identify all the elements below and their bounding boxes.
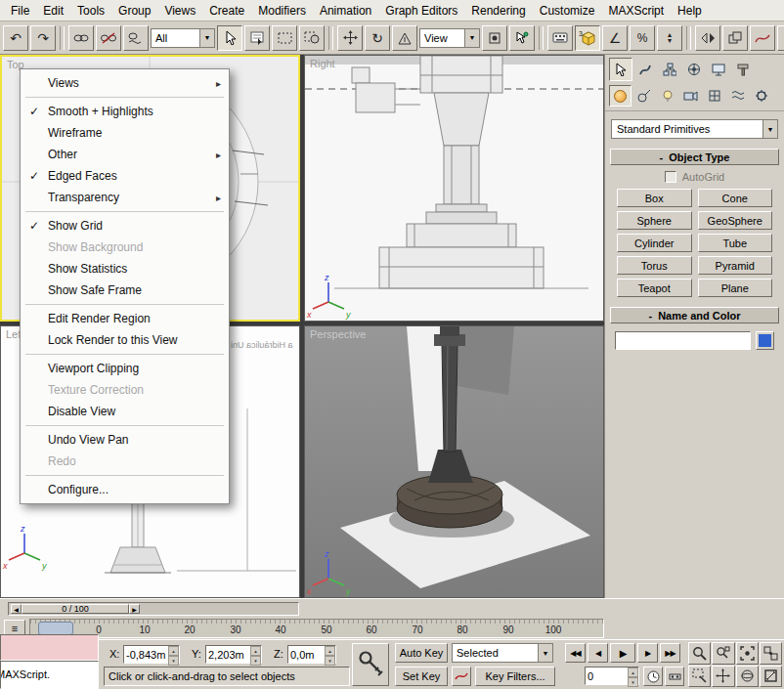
select-and-move-icon[interactable]	[337, 25, 363, 51]
ctx-undo-view-pan[interactable]: Undo View Pan	[21, 429, 229, 451]
time-slider-value[interactable]: 0 / 100	[22, 604, 129, 614]
key-filters-button[interactable]: Key Filters...	[475, 667, 555, 686]
zoom-icon[interactable]	[688, 642, 711, 665]
ctx-views[interactable]: Views▸	[21, 72, 229, 94]
maximize-viewport-toggle-icon[interactable]	[760, 666, 782, 688]
material-editor-icon[interactable]	[777, 25, 784, 51]
dropdown-arrow-icon[interactable]: ▼	[762, 120, 777, 138]
key-filter-set-dropdown[interactable]: Selected ▼	[452, 643, 553, 663]
cylinder-button[interactable]: Cylinder	[617, 234, 692, 252]
select-and-scale-icon[interactable]	[392, 25, 417, 51]
listener-pane[interactable]: MAXScript.	[0, 661, 99, 689]
teapot-button[interactable]: Teapot	[617, 279, 692, 297]
redo-icon[interactable]: ↷	[30, 25, 56, 51]
time-slider-next-arrow-icon[interactable]: ▶	[129, 604, 140, 614]
cone-button[interactable]: Cone	[698, 189, 773, 207]
menu-customize[interactable]: Customize	[533, 1, 602, 21]
dropdown-arrow-icon[interactable]: ▼	[538, 644, 552, 662]
ctx-lock-render[interactable]: Lock Render to this View	[21, 329, 229, 351]
primitives-category-dropdown[interactable]: Standard Primitives ▼	[611, 119, 778, 139]
y-coord-input[interactable]	[206, 646, 250, 663]
play-button[interactable]: ▶	[610, 643, 635, 663]
ctx-viewport-clipping[interactable]: Viewport Clipping	[21, 358, 229, 379]
menu-maxscript[interactable]: MAXScript	[601, 1, 671, 21]
go-to-start-button[interactable]: ◀◀	[565, 643, 586, 663]
object-name-input[interactable]	[616, 332, 750, 349]
ctx-smooth-highlights[interactable]: ✓Smooth + Highlights	[21, 101, 229, 122]
viewport-right-label[interactable]: Right	[310, 58, 335, 69]
geometry-category-icon[interactable]	[609, 85, 632, 107]
curve-editor-icon[interactable]	[750, 25, 775, 51]
ctx-other[interactable]: Other▸	[21, 144, 229, 165]
dropdown-arrow-icon[interactable]: ▼	[199, 29, 214, 47]
y-spinner[interactable]: ▴▾	[250, 646, 261, 663]
menu-rendering[interactable]: Rendering	[464, 1, 532, 21]
z-coord-input[interactable]	[288, 646, 325, 663]
zoom-extents-all-icon[interactable]	[760, 642, 782, 665]
menu-file[interactable]: File	[4, 1, 36, 21]
viewport-right[interactable]: Right	[304, 55, 604, 322]
ctx-show-statistics[interactable]: Show Statistics	[21, 258, 229, 280]
time-slider-track[interactable]: ◀ 0 / 100 ▶	[8, 602, 299, 616]
rectangular-selection-region-icon[interactable]	[272, 25, 297, 51]
reference-coordinate-system-dropdown[interactable]: View ▼	[419, 28, 480, 48]
box-button[interactable]: Box	[617, 189, 692, 207]
go-to-end-button[interactable]: ▶▶	[660, 643, 680, 663]
viewport-perspective[interactable]: Perspective	[304, 325, 604, 598]
ctx-edged-faces[interactable]: ✓Edged Faces	[21, 165, 229, 187]
previous-frame-button[interactable]: ◀	[588, 643, 608, 663]
systems-category-icon[interactable]	[750, 85, 772, 107]
menu-create[interactable]: Create	[202, 1, 251, 21]
utilities-tab[interactable]	[731, 58, 755, 81]
modify-tab[interactable]	[633, 58, 657, 81]
select-and-manipulate-icon[interactable]	[509, 25, 535, 51]
auto-key-button[interactable]: Auto Key	[395, 643, 448, 663]
zoom-region-icon[interactable]	[688, 666, 711, 688]
menu-animation[interactable]: Animation	[313, 1, 378, 21]
key-mode-toggle-icon[interactable]	[665, 667, 684, 686]
tube-button[interactable]: Tube	[698, 234, 773, 252]
ctx-transparency[interactable]: Transparency▸	[21, 187, 229, 208]
current-frame-input[interactable]	[586, 667, 628, 684]
menu-views[interactable]: Views	[157, 1, 202, 21]
keyboard-shortcut-override-icon[interactable]	[547, 25, 573, 51]
next-frame-button[interactable]: ▶	[637, 643, 658, 663]
display-tab[interactable]	[707, 58, 730, 81]
space-warps-category-icon[interactable]	[726, 85, 749, 107]
x-spinner[interactable]: ▴▾	[168, 646, 179, 663]
zoom-all-icon[interactable]	[712, 642, 734, 665]
ctx-show-safe-frame[interactable]: Show Safe Frame	[21, 280, 229, 301]
macro-recorder-pane[interactable]	[0, 634, 99, 661]
autogrid-checkbox[interactable]	[665, 171, 676, 183]
menu-tools[interactable]: Tools	[70, 1, 111, 21]
ctx-configure[interactable]: Configure...	[21, 479, 229, 500]
create-tab[interactable]	[609, 58, 632, 81]
time-slider-prev-arrow-icon[interactable]: ◀	[11, 604, 22, 614]
lights-category-icon[interactable]	[656, 85, 678, 107]
shapes-category-icon[interactable]	[632, 85, 655, 107]
select-and-rotate-icon[interactable]: ↻	[365, 25, 390, 51]
set-key-mode-icon[interactable]	[452, 667, 471, 686]
object-color-swatch[interactable]	[756, 331, 774, 350]
track-bar-ruler[interactable]: 0 10 20 30 40 50 60 70 80 90 100	[29, 619, 604, 638]
track-bar-thumb[interactable]	[38, 622, 73, 635]
menu-graph-editors[interactable]: Graph Editors	[378, 1, 464, 21]
bind-to-space-warp-icon[interactable]	[123, 25, 149, 51]
undo-icon[interactable]: ↶	[3, 25, 28, 51]
spinner-snap-toggle-icon[interactable]: ▴▾	[657, 25, 682, 51]
menu-edit[interactable]: Edit	[36, 1, 70, 21]
ctx-wireframe[interactable]: Wireframe	[21, 122, 229, 144]
motion-tab[interactable]	[682, 58, 706, 81]
selection-filter-dropdown[interactable]: All ▼	[151, 28, 215, 48]
align-icon[interactable]	[722, 25, 748, 51]
set-key-button[interactable]: Set Key	[395, 667, 448, 686]
object-type-rollout-header[interactable]: - Object Type	[610, 149, 779, 165]
percent-snap-toggle-icon[interactable]: %	[630, 25, 655, 51]
geosphere-button[interactable]: GeoSphere	[698, 211, 773, 230]
selection-lock-toggle[interactable]	[352, 643, 389, 686]
name-and-color-rollout-header[interactable]: - Name and Color	[610, 307, 779, 323]
sphere-button[interactable]: Sphere	[617, 211, 692, 230]
z-spinner[interactable]: ▴▾	[325, 646, 335, 663]
select-object-icon[interactable]	[217, 25, 242, 51]
plane-button[interactable]: Plane	[698, 279, 773, 297]
